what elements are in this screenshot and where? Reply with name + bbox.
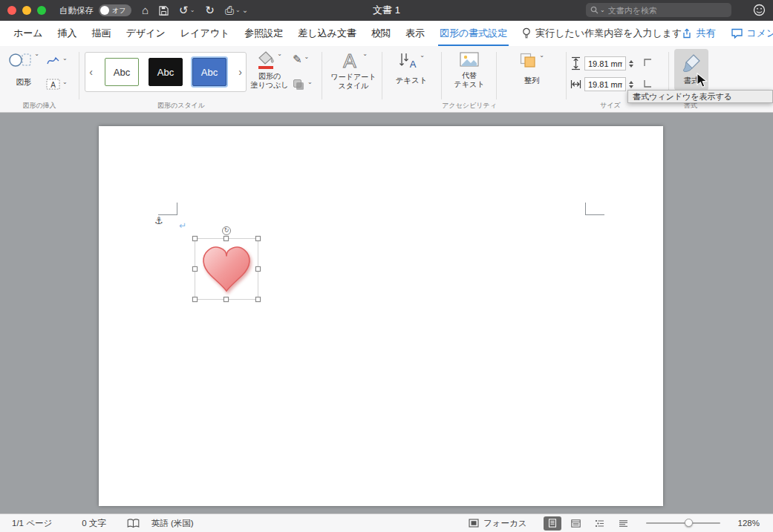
insert-shapes-button[interactable]: ⌄ 図形 — [6, 50, 42, 86]
tab-layout[interactable]: レイアウト — [173, 21, 238, 46]
autosave-state: オフ — [112, 6, 125, 16]
print-layout-icon — [548, 519, 557, 528]
height-stepper-down-icon[interactable] — [629, 65, 633, 68]
draft-view-button[interactable] — [615, 516, 633, 531]
alt-text-button[interactable]: 代替 テキスト — [447, 52, 492, 89]
rotate-handle[interactable]: ↻ — [222, 226, 231, 235]
focus-icon — [469, 519, 479, 528]
draw-shape-chevron-icon: ⌄ — [62, 55, 68, 62]
width-stepper[interactable] — [629, 81, 633, 88]
home-icon[interactable]: ⌂ — [142, 0, 149, 21]
tab-review[interactable]: 校閲 — [364, 21, 398, 46]
tab-home[interactable]: ホーム — [6, 21, 50, 46]
outline-view-button[interactable] — [591, 516, 609, 531]
feedback-smiley-icon[interactable] — [753, 4, 766, 19]
document-page[interactable]: ⚓ ↵ ↻ — [99, 126, 663, 506]
alt-text-label: 代替 テキスト — [454, 71, 485, 89]
width-stepper-down-icon[interactable] — [629, 85, 633, 88]
zoom-slider-knob[interactable] — [685, 519, 693, 527]
share-button[interactable]: 共有 — [682, 27, 715, 40]
close-button[interactable] — [7, 6, 16, 15]
zoom-button[interactable] — [37, 6, 46, 15]
arrange-label: 整列 — [524, 76, 540, 85]
search-scope-chevron-icon[interactable]: ⌄ — [600, 7, 605, 13]
resize-handle-bottom-left[interactable] — [192, 297, 198, 302]
language-indicator[interactable]: 英語 (米国) — [151, 518, 194, 529]
search-box[interactable]: ⌄ — [586, 3, 731, 17]
width-stepper-up-icon[interactable] — [629, 81, 633, 84]
lightbulb-icon — [522, 27, 531, 39]
height-stepper-up-icon[interactable] — [629, 60, 633, 63]
shape-outline-chevron-icon: ⌄ — [304, 53, 310, 60]
resize-handle-top-right[interactable] — [255, 236, 261, 241]
page-indicator[interactable]: 1/1 ページ — [12, 518, 52, 529]
tab-view[interactable]: 表示 — [398, 21, 432, 46]
print-layout-view-button[interactable] — [544, 516, 561, 531]
tab-mailings[interactable]: 差し込み文書 — [290, 21, 364, 46]
undo-icon[interactable]: ↺⌄ — [179, 0, 195, 21]
redo-icon[interactable]: ↻ — [205, 0, 215, 21]
tab-references[interactable]: 参照設定 — [237, 21, 290, 46]
web-layout-icon — [571, 519, 581, 528]
tab-draw[interactable]: 描画 — [85, 21, 119, 46]
proofing-book-icon[interactable] — [127, 519, 140, 528]
search-input[interactable] — [608, 6, 720, 15]
toolbar-customize-chevron-icon[interactable]: ⌄ — [242, 0, 248, 21]
resize-handle-middle-left[interactable] — [192, 266, 198, 272]
height-stepper[interactable] — [629, 60, 633, 68]
share-icon — [682, 28, 692, 39]
web-layout-view-button[interactable] — [567, 516, 585, 531]
resize-handle-middle-right[interactable] — [255, 266, 261, 272]
shape-fill-button[interactable]: ⌄ 図形の 塗りつぶし — [249, 50, 290, 90]
autosave-knob — [100, 6, 109, 15]
corner-mark-alt-icon — [643, 79, 653, 88]
text-box-button[interactable]: A ⌄ — [46, 79, 68, 90]
shape-width-input[interactable] — [584, 77, 626, 91]
shape-height-input[interactable] — [584, 56, 626, 70]
shape-effects-button[interactable]: ⌄ — [293, 79, 313, 91]
save-icon[interactable] — [159, 6, 169, 16]
shape-fill-label: 図形の 塗りつぶし — [251, 72, 289, 90]
shape-selection-box[interactable]: ↻ — [195, 238, 258, 300]
word-count[interactable]: 0 文字 — [82, 518, 106, 529]
arrange-button[interactable]: ⌄ 整列 — [512, 52, 551, 85]
resize-handle-bottom-middle[interactable] — [224, 297, 229, 302]
text-options-label: テキスト — [396, 76, 428, 85]
zoom-level[interactable]: 128% — [738, 519, 760, 528]
shape-fill-chevron-icon: ⌄ — [277, 50, 282, 57]
margin-cropmark-right — [585, 203, 604, 215]
autosave-label: 自動保存 — [59, 5, 94, 16]
print-dropdown-chevron-icon[interactable]: ⌄ — [235, 0, 241, 21]
gallery-next-icon[interactable]: › — [235, 53, 246, 91]
gallery-prev-icon[interactable]: ‹ — [85, 53, 97, 91]
tell-me-box[interactable]: 実行したい作業内容を入力します — [522, 27, 682, 40]
print-icon[interactable]: ⎙⌄ — [225, 0, 241, 21]
undo-dropdown-chevron-icon[interactable]: ⌄ — [190, 0, 195, 21]
comments-button[interactable]: コメント — [731, 27, 773, 40]
tab-shape-format[interactable]: 図形の書式設定 — [432, 21, 515, 46]
focus-mode-button[interactable]: フォーカス — [469, 518, 527, 529]
wordart-styles-button[interactable]: A ⌄ ワードアート スタイル — [330, 50, 376, 91]
shape-style-option-1[interactable]: Abc — [105, 58, 139, 86]
tab-insert[interactable]: 挿入 — [50, 21, 85, 46]
tab-design[interactable]: デザイン — [119, 21, 173, 46]
outline-view-icon — [595, 519, 604, 528]
autosave-toggle[interactable]: オフ — [99, 4, 131, 16]
text-box-icon: A — [46, 79, 60, 90]
layout-options-bottom-button[interactable] — [643, 79, 653, 88]
shape-outline-button[interactable]: ✎ ⌄ — [293, 53, 309, 65]
heart-shape[interactable] — [198, 241, 255, 296]
layout-options-top-button[interactable] — [643, 58, 653, 68]
tell-me-label: 実行したい作業内容を入力します — [535, 27, 682, 40]
resize-handle-top-left[interactable] — [192, 236, 198, 241]
resize-handle-top-middle[interactable] — [224, 236, 229, 241]
text-options-button[interactable]: A ⌄ テキスト — [388, 52, 435, 85]
zoom-slider[interactable] — [646, 522, 720, 524]
draw-shape-button[interactable]: ⌄ — [46, 55, 68, 66]
document-area[interactable]: ⚓ ↵ ↻ — [0, 113, 773, 513]
resize-handle-bottom-right[interactable] — [255, 297, 261, 302]
svg-text:A: A — [410, 59, 417, 70]
shape-style-option-2[interactable]: Abc — [149, 58, 183, 86]
shape-style-option-3[interactable]: Abc — [192, 58, 226, 86]
minimize-button[interactable] — [22, 6, 31, 15]
